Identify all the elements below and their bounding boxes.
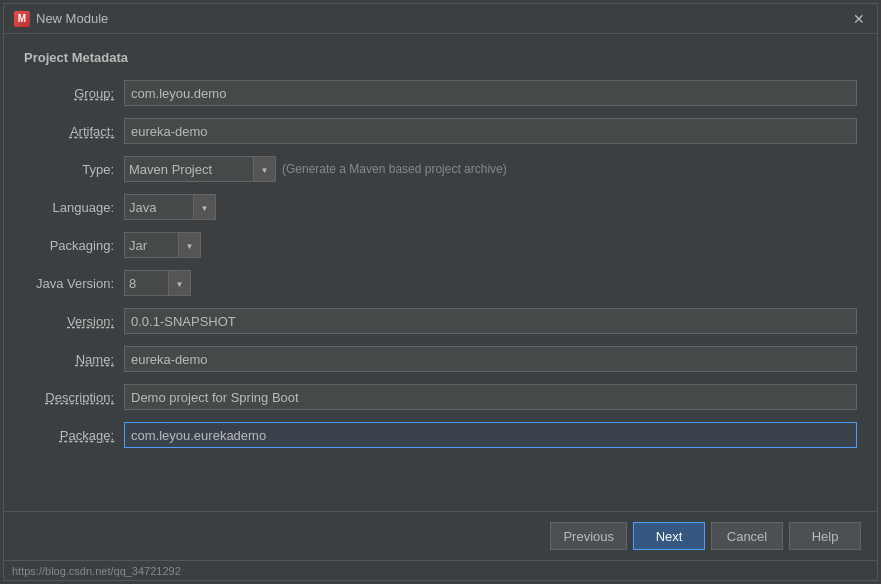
title-bar: M New Module ✕ <box>4 4 877 34</box>
language-dropdown-btn[interactable] <box>194 194 216 220</box>
packaging-row: Packaging: Jar <box>24 231 857 259</box>
next-button[interactable]: Next <box>633 522 705 550</box>
group-row: Group: <box>24 79 857 107</box>
java-version-row: Java Version: 8 <box>24 269 857 297</box>
packaging-dropdown-btn[interactable] <box>179 232 201 258</box>
language-select[interactable]: Java <box>124 194 194 220</box>
packaging-label: Packaging: <box>24 238 124 253</box>
new-module-dialog: M New Module ✕ Project Metadata Group: A… <box>3 3 878 581</box>
description-label: Description: <box>24 390 124 405</box>
dialog-content: Project Metadata Group: Artifact: Type: … <box>4 34 877 511</box>
chevron-down-icon <box>201 202 209 213</box>
dialog-title: New Module <box>36 11 108 26</box>
previous-button[interactable]: Previous <box>550 522 627 550</box>
language-select-wrapper: Java <box>124 194 216 220</box>
chevron-down-icon <box>186 240 194 251</box>
version-label: Version: <box>24 314 124 329</box>
section-title: Project Metadata <box>24 50 857 65</box>
chevron-down-icon <box>261 164 269 175</box>
chevron-down-icon <box>176 278 184 289</box>
help-button[interactable]: Help <box>789 522 861 550</box>
artifact-label: Artifact: <box>24 124 124 139</box>
language-row: Language: Java <box>24 193 857 221</box>
dialog-footer: Previous Next Cancel Help <box>4 511 877 560</box>
type-row: Type: Maven Project (Generate a Maven ba… <box>24 155 857 183</box>
type-dropdown-btn[interactable] <box>254 156 276 182</box>
type-label: Type: <box>24 162 124 177</box>
description-row: Description: <box>24 383 857 411</box>
language-label: Language: <box>24 200 124 215</box>
group-label: Group: <box>24 86 124 101</box>
description-input[interactable] <box>124 384 857 410</box>
version-row: Version: <box>24 307 857 335</box>
package-input[interactable] <box>124 422 857 448</box>
java-version-select-wrapper: 8 <box>124 270 191 296</box>
java-version-select[interactable]: 8 <box>124 270 169 296</box>
type-select[interactable]: Maven Project <box>124 156 254 182</box>
status-bar: https://blog.csdn.net/qq_34721292 <box>4 560 877 580</box>
package-row: Package: <box>24 421 857 449</box>
status-url: https://blog.csdn.net/qq_34721292 <box>12 565 181 577</box>
name-row: Name: <box>24 345 857 373</box>
version-input[interactable] <box>124 308 857 334</box>
java-version-label: Java Version: <box>24 276 124 291</box>
type-description: (Generate a Maven based project archive) <box>282 162 507 176</box>
java-version-dropdown-btn[interactable] <box>169 270 191 296</box>
name-label: Name: <box>24 352 124 367</box>
module-icon: M <box>14 11 30 27</box>
name-input[interactable] <box>124 346 857 372</box>
package-label: Package: <box>24 428 124 443</box>
artifact-row: Artifact: <box>24 117 857 145</box>
close-button[interactable]: ✕ <box>851 11 867 27</box>
title-bar-left: M New Module <box>14 11 108 27</box>
packaging-select-wrapper: Jar <box>124 232 201 258</box>
packaging-select[interactable]: Jar <box>124 232 179 258</box>
cancel-button[interactable]: Cancel <box>711 522 783 550</box>
type-select-wrapper: Maven Project (Generate a Maven based pr… <box>124 156 857 182</box>
group-input[interactable] <box>124 80 857 106</box>
artifact-input[interactable] <box>124 118 857 144</box>
